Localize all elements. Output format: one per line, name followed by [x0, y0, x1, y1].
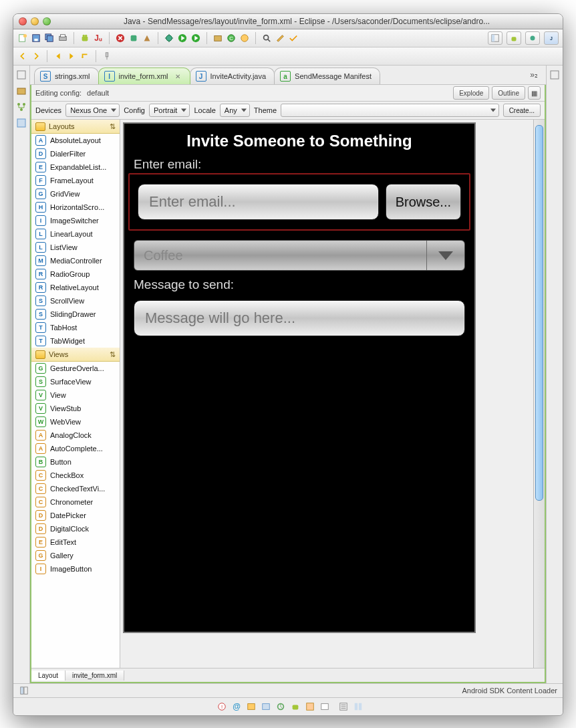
fast-view-icon[interactable] — [19, 685, 29, 696]
canvas[interactable]: Invite Someone to Something Enter email:… — [120, 120, 533, 668]
palette-item[interactable]: RRelativeLayout — [31, 281, 120, 294]
palette-item[interactable]: LListView — [31, 241, 120, 254]
back-dd-icon[interactable] — [17, 51, 28, 62]
debug-perspective-icon[interactable] — [525, 31, 540, 45]
palette-item[interactable]: IImageSwitcher — [31, 214, 120, 227]
bottom-tab-layout[interactable]: Layout — [31, 671, 65, 681]
locale-combo[interactable]: Any — [220, 104, 250, 117]
config-combo[interactable]: Portrait — [149, 104, 190, 117]
explode-button[interactable]: Explode — [453, 86, 489, 100]
pin-editor-icon[interactable] — [102, 51, 112, 62]
palette-item[interactable]: MMediaController — [31, 254, 120, 267]
palette-item[interactable]: EExpandableList... — [31, 160, 120, 174]
properties-view-icon[interactable] — [353, 701, 364, 712]
zoom-icon[interactable] — [43, 17, 51, 25]
preview-spinner[interactable]: Coffee — [134, 240, 465, 271]
bottom-tab-source[interactable]: invite_form.xml — [65, 671, 124, 681]
canvas-scrollbar[interactable] — [533, 120, 545, 668]
theme-combo[interactable] — [281, 104, 499, 117]
tasks-view-icon[interactable] — [305, 701, 315, 712]
open-type-icon[interactable] — [239, 33, 250, 43]
new-package-icon[interactable] — [212, 33, 223, 43]
navigator-icon[interactable] — [16, 118, 27, 128]
palette-item[interactable]: AAutoComplete... — [31, 442, 120, 455]
outline-button[interactable]: Outline — [492, 86, 525, 100]
palette-item[interactable]: EEditText — [31, 535, 120, 549]
palette-item[interactable]: DDatePicker — [31, 509, 120, 522]
palette-item[interactable]: SSurfaceView — [31, 375, 120, 388]
palette-item[interactable]: RRadioGroup — [31, 267, 120, 281]
tab-invite-activity-java[interactable]: J InviteActivity.java — [190, 68, 275, 84]
palette-item[interactable]: SSlidingDrawer — [31, 308, 120, 321]
outline-view-icon[interactable] — [338, 701, 349, 712]
fwd-dd-icon[interactable] — [31, 51, 41, 62]
run-last-icon[interactable] — [190, 33, 201, 43]
java-perspective-icon[interactable]: J — [544, 31, 559, 45]
close-icon[interactable] — [19, 17, 27, 25]
palette-item[interactable]: TTabHost — [31, 321, 120, 334]
package-explorer-icon[interactable] — [16, 86, 27, 96]
search-view-icon[interactable] — [319, 701, 330, 712]
palette-item[interactable]: GGestureOverla... — [31, 362, 120, 375]
build-icon[interactable] — [142, 33, 152, 43]
close-tab-icon[interactable]: ✕ — [175, 73, 182, 80]
new-class-icon[interactable]: C — [226, 33, 237, 43]
tab-sendmessage-manifest[interactable]: a SendMessage Manifest — [274, 68, 380, 84]
palette-item[interactable]: SScrollView — [31, 294, 120, 308]
restore-view-icon[interactable] — [549, 70, 560, 80]
declaration-view-icon[interactable] — [246, 701, 257, 712]
palette-item[interactable]: CCheckedTextVi... — [31, 482, 120, 495]
progress-view-icon[interactable] — [275, 701, 286, 712]
palette-item[interactable]: AAbsoluteLayout — [31, 134, 120, 147]
clipping-toggle-icon[interactable]: ▦ — [528, 86, 541, 100]
palette-item[interactable]: DDialerFilter — [31, 147, 120, 160]
palette-item[interactable]: HHorizontalScro... — [31, 201, 120, 214]
palette-item[interactable]: IImageButton — [31, 562, 120, 576]
junit-icon[interactable]: Jᵤ — [93, 33, 104, 43]
git-icon[interactable] — [115, 33, 126, 43]
selected-layout-outline[interactable]: Enter email... Browse... — [128, 173, 470, 231]
palette-item[interactable]: AAnalogClock — [31, 429, 120, 442]
tab-overflow-button[interactable]: »₂ — [526, 69, 542, 81]
palette-item[interactable]: DDigitalClock — [31, 522, 120, 535]
android-perspective-icon[interactable] — [507, 31, 521, 45]
debug-icon[interactable] — [164, 33, 174, 43]
run-icon[interactable] — [177, 33, 188, 43]
palette-item[interactable]: TTabWidget — [31, 334, 120, 348]
palette-group-views[interactable]: Views ⇅ — [31, 348, 120, 362]
preview-browse-button[interactable]: Browse... — [386, 184, 461, 220]
new-wizard-icon[interactable] — [17, 33, 28, 43]
problems-view-icon[interactable]: ! — [217, 701, 227, 712]
console-view-icon[interactable] — [261, 701, 271, 712]
save-icon[interactable] — [31, 33, 41, 43]
palette-item[interactable]: CChronometer — [31, 495, 120, 509]
palette-item[interactable]: LLinearLayout — [31, 227, 120, 241]
preview-message-input[interactable]: Message will go here... — [134, 300, 465, 336]
tab-invite-form-xml[interactable]: I invite_form.xml ✕ — [98, 68, 190, 84]
palette-item[interactable]: CCheckBox — [31, 469, 120, 482]
palette-item[interactable]: WWebView — [31, 415, 120, 429]
palette-item[interactable]: VViewStub — [31, 402, 120, 415]
javadoc-view-icon[interactable]: @ — [231, 701, 242, 712]
toggle-mark-icon[interactable] — [288, 33, 299, 43]
palette-item[interactable]: GGridView — [31, 187, 120, 201]
palette-group-layouts[interactable]: Layouts ⇅ — [31, 120, 120, 134]
open-perspective-icon[interactable] — [488, 31, 502, 45]
ext-tool-icon[interactable] — [128, 33, 139, 43]
android-sdk-icon[interactable] — [80, 33, 90, 43]
palette-item[interactable]: GGallery — [31, 549, 120, 562]
create-config-button[interactable]: Create... — [503, 104, 541, 117]
restore-view-icon[interactable] — [16, 70, 27, 80]
logcat-view-icon[interactable] — [290, 701, 301, 712]
save-all-icon[interactable] — [44, 33, 55, 43]
last-edit-icon[interactable] — [80, 51, 90, 62]
tab-strings-xml[interactable]: S strings.xml — [34, 68, 99, 84]
print-icon[interactable] — [57, 33, 68, 43]
hierarchy-icon[interactable] — [16, 102, 27, 112]
device-combo[interactable]: Nexus One — [65, 104, 120, 117]
annotate-icon[interactable] — [275, 33, 285, 43]
palette-item[interactable]: VView — [31, 388, 120, 402]
search-icon[interactable] — [261, 33, 272, 43]
palette-item[interactable]: BButton — [31, 455, 120, 469]
palette-item[interactable]: FFrameLayout — [31, 174, 120, 187]
